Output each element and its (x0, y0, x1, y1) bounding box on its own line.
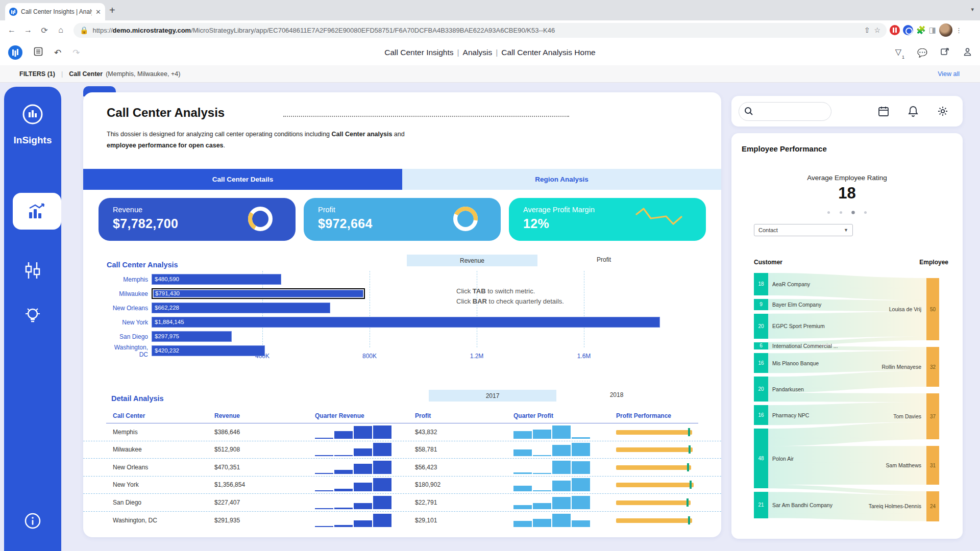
reload-icon[interactable]: ⟳ (38, 23, 51, 37)
sankey-customer-node[interactable]: 16 (754, 353, 768, 373)
sankey-customer-node[interactable]: 21 (754, 492, 768, 518)
settings-gear-icon[interactable] (937, 106, 948, 117)
filter-name[interactable]: Call Center (69, 70, 103, 78)
sankey-customer-label: EGPC Sport Premium (772, 323, 825, 329)
metric-tab-profit[interactable]: Profit (581, 256, 627, 263)
workspace: InSights Call Center Analysis This dossi… (0, 83, 980, 551)
extensions-puzzle-icon[interactable]: 🧩 (916, 26, 926, 35)
tab-call-center-details[interactable]: Call Center Details (83, 169, 402, 190)
kpi-card-revenue[interactable]: Revenue$7,782,700 (99, 198, 296, 241)
contact-dropdown[interactable]: Contact▼ (754, 224, 853, 236)
new-tab-button[interactable]: + (109, 5, 115, 16)
forward-icon[interactable]: → (21, 23, 35, 37)
address-bar[interactable]: 🔒 https://demo.microstrategy.com/MicroSt… (74, 23, 887, 38)
sankey-customer-label: Sar Am Bandhi Company (772, 502, 832, 508)
sankey-customer-node[interactable]: 18 (754, 273, 768, 295)
kpi-card-profit[interactable]: Profit$972,664 (304, 198, 501, 241)
sidebar-info-button[interactable] (4, 512, 61, 530)
sankey-employee-node[interactable]: 31 (926, 446, 939, 485)
side-panel-icon[interactable]: ◨ (929, 26, 936, 35)
view-all-link[interactable]: View all (938, 70, 960, 78)
dot[interactable] (827, 211, 830, 214)
tab-region-analysis[interactable]: Region Analysis (402, 169, 721, 190)
dossier-description: This dossier is designed for analyzing c… (107, 129, 428, 152)
sankey-customer-node[interactable]: 20 (754, 377, 768, 402)
sankey-flow (768, 422, 926, 446)
cell-profit: $56,423 (415, 464, 513, 471)
quarter-profit-minichart (513, 425, 590, 439)
dot[interactable] (840, 211, 842, 214)
profit-performance-bullet (616, 428, 698, 436)
search-input[interactable] (757, 108, 819, 115)
kpi-sparkline-icon (635, 205, 684, 231)
table-row[interactable]: New Orleans$470,351$56,423 (83, 459, 721, 477)
sankey-customer-label: Polon Air (772, 456, 794, 462)
cell-profit: $58,781 (415, 446, 513, 453)
dot[interactable] (864, 211, 867, 214)
share-page-icon[interactable]: ⇧ (864, 26, 870, 34)
dot[interactable] (851, 211, 855, 214)
microstrategy-favicon-icon (9, 8, 17, 16)
url-text: https://demo.microstrategy.com/MicroStra… (92, 27, 860, 34)
search-box[interactable] (739, 102, 831, 121)
sidebar-item-analysis[interactable] (13, 193, 61, 230)
kpi-card-average-profit-margin[interactable]: Average Profit Margin12% (509, 198, 706, 241)
bar-row: Washington, DC$420,232 (107, 345, 691, 356)
sankey-customer-node[interactable]: 6 (754, 342, 768, 350)
calendar-icon[interactable] (878, 106, 889, 117)
detail-table-header: Call CenterRevenueQuarter RevenueProfitQ… (83, 410, 721, 422)
notifications-bell-icon[interactable] (908, 106, 919, 117)
sankey-customer-node[interactable]: 16 (754, 405, 768, 425)
brand-name: InSights (4, 135, 61, 146)
column-header: Quarter Profit (513, 412, 616, 419)
bar-new-orleans[interactable]: $662,228 (152, 303, 330, 313)
back-icon[interactable]: ← (5, 23, 18, 37)
browser-menu-icon[interactable]: ⋮ (955, 27, 962, 34)
bar-row: New York$1,884,145 (107, 317, 691, 328)
bookmark-star-icon[interactable]: ☆ (874, 26, 880, 34)
year-tab-2018[interactable]: 2018 (594, 391, 640, 398)
column-header: Call Center (113, 412, 214, 419)
sankey-employee-node[interactable]: 50 (926, 278, 939, 340)
table-row[interactable]: New York$1,356,854$180,902 (83, 477, 721, 494)
bar-new-york[interactable]: $1,884,145 (152, 317, 660, 328)
home-icon[interactable]: ⌂ (54, 23, 67, 37)
tab-close-icon[interactable]: ✕ (95, 8, 101, 16)
extension-red-icon[interactable] (890, 25, 900, 35)
cell-call-center: Milwaukee (113, 446, 214, 453)
sankey-customer-node[interactable]: 20 (754, 314, 768, 339)
year-tab-2017[interactable]: 2017 (429, 390, 556, 402)
cell-profit: $180,902 (415, 481, 513, 488)
sidebar-item-ideas[interactable] (4, 305, 61, 327)
tab-search-chevron-icon[interactable]: ▾ (971, 6, 974, 13)
sidebar-item-boxplot[interactable] (4, 260, 61, 281)
quarter-revenue-minichart (315, 514, 391, 527)
table-row[interactable]: San Diego$227,407$22,791 (83, 494, 721, 512)
quarter-revenue-minichart (315, 461, 391, 474)
table-row[interactable]: Memphis$386,646$43,832 (83, 423, 721, 441)
bar-memphis[interactable]: $480,590 (152, 274, 281, 285)
cell-profit: $29,101 (415, 517, 513, 524)
browser-tab[interactable]: Call Center Insights | Analysis | ✕ (5, 3, 105, 20)
bar-washington-dc[interactable]: $420,232 (152, 345, 265, 356)
sankey-employee-node[interactable]: 32 (926, 347, 939, 387)
app-toolbar: ↶ ↷ Call Center Insights|Analysis|Call C… (0, 40, 980, 65)
sankey-employee-node[interactable]: 24 (926, 491, 939, 521)
sankey-employee-label: Tareiq Holmes-Dennis (869, 503, 921, 509)
profile-avatar[interactable] (939, 23, 952, 37)
bar-milwaukee[interactable]: $791,430 (152, 288, 365, 299)
filters-label[interactable]: FILTERS (1) (19, 70, 55, 78)
bar-san-diego[interactable]: $297,975 (152, 331, 232, 342)
metric-tab-revenue[interactable]: Revenue (407, 255, 537, 266)
sankey-employee-node[interactable]: 37 (926, 393, 939, 439)
table-row[interactable]: Washington, DC$291,935$29,101 (83, 512, 721, 530)
filters-bar: FILTERS (1) | Call Center (Memphis, Milw… (0, 65, 980, 83)
sankey-customer-node[interactable]: 48 (754, 429, 768, 488)
sankey-customer-node[interactable]: 9 (754, 299, 768, 310)
extension-blue-icon[interactable] (903, 25, 913, 35)
filter-icon[interactable]: ▽1 (895, 47, 904, 58)
profit-performance-bullet (616, 516, 698, 524)
quarter-profit-minichart (513, 514, 590, 527)
column-header: Profit Performance (616, 412, 701, 419)
table-row[interactable]: Milwaukee$512,908$58,781 (83, 441, 721, 459)
